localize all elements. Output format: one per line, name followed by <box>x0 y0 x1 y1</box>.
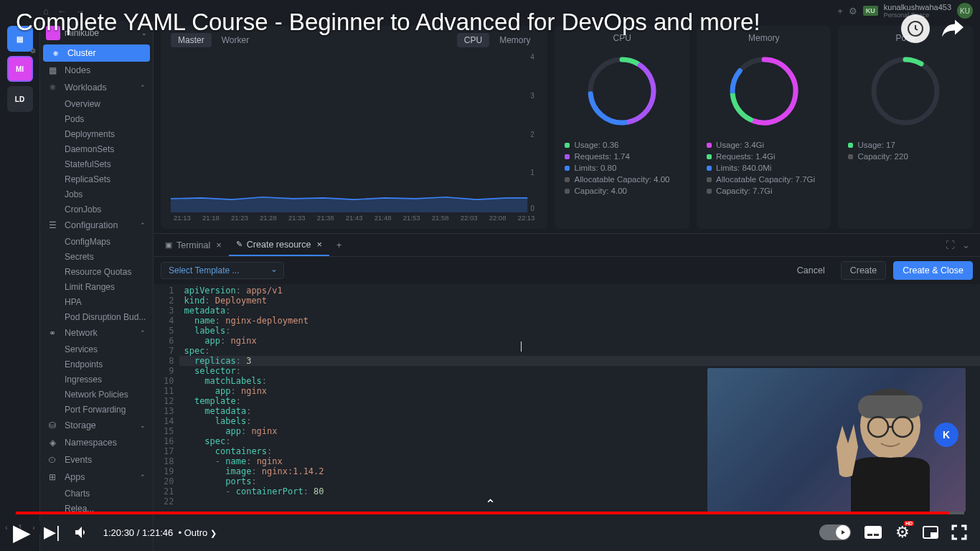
sidebar-item-configmaps[interactable]: ConfigMaps <box>40 234 153 249</box>
video-title: Complete YAML Course - Beginner to Advan… <box>16 9 880 36</box>
editor-line[interactable]: replicas: 3 <box>179 356 980 366</box>
editor-cursor <box>521 342 522 352</box>
sidebar-item-replicasets[interactable]: ReplicaSets <box>40 171 153 187</box>
sidebar-section-storage[interactable]: ⛁Storage⌄ <box>40 417 153 434</box>
editor-line[interactable]: apiVersion: apps/v1 <box>179 286 980 296</box>
watch-later-icon[interactable] <box>901 14 930 43</box>
terminal-icon: ▣ <box>165 240 172 250</box>
create-resource-tab[interactable]: ✎Create resource× <box>229 234 329 256</box>
create-button[interactable]: Create <box>841 261 887 280</box>
network-icon: ⚭ <box>47 328 57 338</box>
sidebar-item-daemonsets[interactable]: DaemonSets <box>40 141 153 156</box>
gauge-pods: PodsUsage: 17Capacity: 220 <box>838 26 973 229</box>
terminal-tab[interactable]: ▣Terminal× <box>158 234 229 256</box>
close-icon[interactable]: × <box>216 240 222 250</box>
play-button[interactable]: ▶ <box>13 519 31 546</box>
editor-line[interactable]: metadata: <box>179 306 980 316</box>
editor-line[interactable]: kind: Deployment <box>179 296 980 306</box>
svg-text:2: 2 <box>530 130 534 138</box>
user-name: kunalkushwaha453 <box>884 3 951 11</box>
sidebar-item-secrets[interactable]: Secrets <box>40 249 153 264</box>
cancel-button[interactable]: Cancel <box>788 262 834 279</box>
rail-cluster-mi[interactable]: MI <box>7 56 33 82</box>
sidebar-item-endpoints[interactable]: Endpoints <box>40 357 153 372</box>
nodes-icon: ▦ <box>47 65 57 75</box>
apps-icon: ⊞ <box>47 472 57 482</box>
editor-line[interactable]: app: nginx <box>179 336 980 346</box>
miniplayer-button[interactable] <box>923 526 938 539</box>
expand-icon[interactable]: ⛶ <box>946 240 955 250</box>
sidebar-item-cluster[interactable]: ⎈Cluster <box>43 44 150 62</box>
rail-cluster-ld[interactable]: LD <box>7 86 33 112</box>
sidebar-item-resource-quotas[interactable]: Resource Quotas <box>40 264 153 279</box>
sidebar-item-port-forwarding[interactable]: Port Forwarding <box>40 402 153 417</box>
sidebar-item-namespaces[interactable]: ◈Namespaces <box>40 434 153 451</box>
close-icon[interactable]: × <box>316 239 322 250</box>
sidebar-item-overview[interactable]: Overview <box>40 96 153 111</box>
sidebar-item-network-policies[interactable]: Network Policies <box>40 387 153 402</box>
panel-tabbar: ▣Terminal× ✎Create resource× + ⛶ ⌄ <box>154 234 980 257</box>
sidebar-item-pods[interactable]: Pods <box>40 111 153 126</box>
template-select[interactable]: Select Template ... <box>161 262 284 279</box>
captions-button[interactable] <box>864 525 882 540</box>
sidebar-item-nodes[interactable]: ▦Nodes <box>40 62 153 79</box>
sidebar-item-events[interactable]: ⏲Events <box>40 451 153 468</box>
svg-rect-15 <box>867 534 872 536</box>
chevron-up-icon: ⌃ <box>140 84 146 91</box>
svg-point-8 <box>874 60 937 123</box>
sidebar-section-configuration[interactable]: ☰Configuration⌃ <box>40 217 153 234</box>
autoplay-toggle[interactable] <box>819 524 851 540</box>
cluster-nav-icon: ⎈ <box>50 48 60 58</box>
sidebar-item-hpa[interactable]: HPA <box>40 294 153 309</box>
sidebar-item-pod-disruption-bud-[interactable]: Pod Disruption Bud... <box>40 309 153 324</box>
chevron-up-icon: ⌃ <box>140 329 146 336</box>
svg-rect-10 <box>858 395 923 418</box>
editor-line[interactable]: name: nginx-deployment <box>179 316 980 326</box>
svg-text:1: 1 <box>530 169 534 177</box>
pencil-icon: ✎ <box>236 240 242 249</box>
create-close-button[interactable]: Create & Close <box>893 261 973 280</box>
gauge-cpu: CPUUsage: 0.36Requests: 1.74Limits: 0.80… <box>555 26 689 229</box>
workloads-icon: ⚛ <box>47 83 57 93</box>
svg-text:4: 4 <box>530 52 534 61</box>
namespaces-icon: ◈ <box>47 438 57 448</box>
svg-text:0: 0 <box>530 204 534 212</box>
volume-button[interactable] <box>73 524 90 541</box>
config-icon: ☰ <box>47 220 57 230</box>
channel-logo: K <box>934 423 958 447</box>
gauge-memory: MemoryUsage: 3.4GiRequests: 1.4GiLimits:… <box>697 26 831 229</box>
events-icon: ⏲ <box>47 455 57 465</box>
svg-rect-14 <box>864 526 882 539</box>
sidebar-item-statefulsets[interactable]: StatefulSets <box>40 156 153 171</box>
chevron-down-icon[interactable]: ⌄ <box>962 240 970 250</box>
sidebar-item-deployments[interactable]: Deployments <box>40 126 153 141</box>
sidebar-section-network[interactable]: ⚭Network⌃ <box>40 324 153 342</box>
cpu-chart-card: Master Worker CPU Memory 4 3 2 1 <box>161 26 547 229</box>
fullscreen-button[interactable] <box>951 524 967 540</box>
share-icon[interactable] <box>940 14 966 43</box>
svg-rect-16 <box>874 534 879 536</box>
sidebar-section-workloads[interactable]: ⚛Workloads⌃ <box>40 79 153 96</box>
webcam-overlay: K <box>707 368 966 512</box>
svg-rect-18 <box>930 532 937 537</box>
sidebar-item-ingresses[interactable]: Ingresses <box>40 372 153 387</box>
sidebar-section-apps[interactable]: ⊞Apps⌃ <box>40 468 153 486</box>
left-rail: ▤⚙ MI LD <box>0 22 40 551</box>
chevron-up-icon: ⌃ <box>140 222 146 229</box>
editor-line[interactable]: spec: <box>179 346 980 356</box>
editor-line[interactable]: labels: <box>179 326 980 336</box>
video-time: 1:20:30 / 1:21:46 • Outro ❯ <box>103 527 217 538</box>
sidebar-item-services[interactable]: Services <box>40 342 153 357</box>
sidebar-item-charts[interactable]: Charts <box>40 486 153 501</box>
sidebar: minikube ⌄ ⎈Cluster ▦Nodes ⚛Workloads⌃ O… <box>40 22 154 551</box>
expand-chevron-icon[interactable]: ⌃ <box>485 496 496 512</box>
sidebar-item-limit-ranges[interactable]: Limit Ranges <box>40 279 153 294</box>
chevron-down-icon: ⌄ <box>140 422 146 429</box>
next-button[interactable]: ▶| <box>44 523 60 542</box>
sidebar-item-cronjobs[interactable]: CronJobs <box>40 202 153 217</box>
add-tab-button[interactable]: + <box>329 240 349 250</box>
chevron-up-icon: ⌃ <box>140 474 146 481</box>
sidebar-item-jobs[interactable]: Jobs <box>40 187 153 202</box>
storage-icon: ⛁ <box>47 420 57 430</box>
settings-button[interactable]: ⚙HD <box>895 523 910 542</box>
